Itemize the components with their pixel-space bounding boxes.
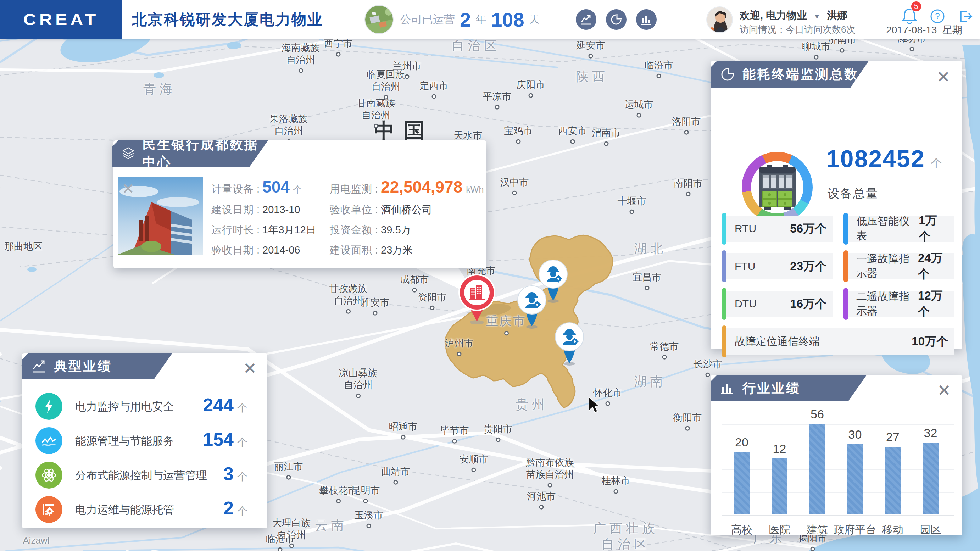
energy-panel-banner: 能耗终端监测总数 bbox=[711, 61, 869, 88]
city-dot bbox=[394, 480, 398, 484]
notification-badge[interactable]: 5 bbox=[910, 1, 922, 12]
map-label: 海南藏族 自治州 bbox=[282, 42, 320, 73]
pie-icon[interactable] bbox=[606, 9, 627, 30]
site-pin-worker[interactable] bbox=[515, 284, 549, 331]
city-dot bbox=[630, 209, 634, 214]
map-label: 那曲地区 bbox=[4, 241, 43, 253]
performance-row[interactable]: 分布式能源控制与运营管理 3个 bbox=[22, 460, 267, 491]
device-row[interactable]: FTU 23万个 bbox=[722, 253, 833, 279]
user-menu[interactable]: 欢迎, 电力物业 ▼ 洪娜 bbox=[740, 8, 847, 23]
bar[interactable]: 56 bbox=[810, 408, 825, 514]
device-total-number: 1082452 bbox=[826, 145, 925, 172]
help-icon[interactable]: ? bbox=[930, 8, 945, 25]
user-name: 洪娜 bbox=[827, 10, 847, 21]
bar[interactable]: 30 bbox=[847, 428, 863, 514]
map-label: 长沙市 bbox=[694, 358, 722, 377]
map-label: 十堰市 bbox=[618, 195, 646, 214]
device-row[interactable]: RTU 56万个 bbox=[722, 216, 833, 242]
performance-row[interactable]: 电力监控与用电安全 244个 bbox=[22, 392, 267, 422]
chevron-down-icon[interactable]: ▼ bbox=[813, 13, 821, 20]
device-value: 10万个 bbox=[912, 334, 948, 350]
trend-icon[interactable] bbox=[576, 9, 597, 30]
bar-category-label: 高校 bbox=[731, 522, 752, 537]
typical-panel-title: 典型业绩 bbox=[54, 357, 112, 375]
popup-banner: 民生银行成都数据中心 bbox=[112, 140, 268, 167]
city-dot bbox=[405, 74, 409, 79]
close-icon[interactable]: ✕ bbox=[936, 69, 950, 85]
bar-value: 56 bbox=[810, 408, 825, 421]
map-label: 洛阳市 bbox=[672, 116, 701, 135]
lightning-icon bbox=[35, 393, 62, 420]
legend-color-bar bbox=[722, 325, 727, 357]
city-dot bbox=[637, 113, 641, 117]
map-label: 玉溪市 bbox=[355, 510, 383, 528]
city-dot bbox=[495, 105, 500, 109]
device-row[interactable]: 一遥故障指示器 24万个 bbox=[843, 253, 955, 279]
device-value: 56万个 bbox=[790, 221, 826, 237]
city-dot bbox=[496, 437, 501, 442]
city-dot bbox=[457, 351, 461, 356]
date-display: 2017-08-13 星期二 bbox=[886, 23, 972, 37]
site-pin-worker[interactable] bbox=[552, 321, 586, 368]
site-pin-red-building[interactable] bbox=[456, 273, 498, 327]
city-dot bbox=[278, 547, 283, 551]
brand-logo[interactable]: CREAT bbox=[0, 0, 123, 39]
bar[interactable]: 12 bbox=[772, 442, 788, 514]
device-row[interactable]: 故障定位通信终端 10万个 bbox=[722, 328, 955, 355]
legend-color-bar bbox=[843, 250, 848, 282]
city-dot bbox=[657, 73, 661, 78]
bar-value: 12 bbox=[772, 442, 788, 455]
device-row[interactable]: 低压智能仪表 1万个 bbox=[843, 216, 955, 242]
bar[interactable]: 20 bbox=[734, 435, 749, 514]
device-type-list: RTU 56万个 低压智能仪表 1万个 FTU 23万个 一遥故障指示器 24万… bbox=[722, 216, 955, 355]
city-dot bbox=[910, 46, 915, 51]
logo-text: CREAT bbox=[24, 10, 99, 29]
device-donut-chart[interactable] bbox=[742, 152, 813, 223]
performance-row[interactable]: 能源管理与节能服务 154个 bbox=[22, 426, 267, 456]
bar-category-label: 政府平台 bbox=[834, 522, 877, 537]
map-label: 泸州市 bbox=[445, 338, 474, 356]
runtime-label: 公司已运营 bbox=[400, 12, 455, 27]
device-label: RTU bbox=[735, 223, 756, 235]
energy-panel-title: 能耗终端监测总数 bbox=[743, 65, 859, 83]
battery-device-icon bbox=[756, 164, 799, 210]
map-label: 甘孜藏族 自治州 bbox=[329, 283, 368, 314]
bar[interactable]: 27 bbox=[885, 430, 900, 514]
device-total: 1082452 个 bbox=[826, 145, 942, 172]
runtime-years: 2 bbox=[460, 8, 471, 31]
map-label: 西安市 bbox=[558, 125, 587, 144]
popup-field: 建设日期:2013-10 bbox=[211, 203, 300, 217]
map-label: 果洛藏族 自治州 bbox=[269, 113, 308, 144]
map-label: 河池市 bbox=[527, 491, 556, 510]
visit-status: 访问情况：今日访问次数6次 bbox=[740, 23, 855, 36]
user-avatar[interactable] bbox=[706, 6, 733, 33]
device-row[interactable]: DTU 16万个 bbox=[722, 291, 833, 317]
map-label: 曲靖市 bbox=[382, 466, 410, 485]
popup-field: 用电监测:22,504,978kWh bbox=[330, 177, 484, 196]
logout-icon[interactable] bbox=[957, 8, 973, 25]
device-label: 一遥故障指示器 bbox=[856, 252, 918, 281]
bar-icon[interactable] bbox=[636, 9, 657, 30]
city-dot bbox=[548, 483, 552, 487]
map-label: 聊城市 bbox=[802, 41, 831, 60]
close-icon[interactable]: ✕ bbox=[243, 360, 257, 377]
legend-color-bar bbox=[843, 288, 848, 320]
city-dot bbox=[814, 54, 819, 59]
close-icon[interactable]: ✕ bbox=[122, 180, 134, 197]
city-dot bbox=[373, 311, 378, 315]
performance-label: 分布式能源控制与运营管理 bbox=[75, 468, 207, 483]
date-text: 2017-08-13 bbox=[886, 24, 937, 35]
legend-color-bar bbox=[722, 288, 727, 320]
map-label: 运城市 bbox=[625, 99, 654, 118]
popup-title: 民生银行成都数据中心 bbox=[143, 136, 268, 171]
bar[interactable]: 32 bbox=[923, 426, 939, 514]
popup-field: 投资金额:39.5万 bbox=[330, 223, 411, 237]
device-row[interactable]: 二遥故障指示器 12万个 bbox=[843, 291, 955, 317]
performance-row[interactable]: 电力运维与能源托管 2个 bbox=[22, 495, 267, 525]
atom-icon bbox=[35, 462, 62, 489]
map-label: 黔南布依族 苗族自治州 bbox=[526, 457, 574, 487]
performance-unit: 个 bbox=[237, 504, 248, 518]
popup-field: 验收单位:酒仙桥公司 bbox=[330, 203, 432, 217]
city-dot bbox=[589, 54, 593, 58]
company-photo[interactable] bbox=[364, 5, 394, 34]
